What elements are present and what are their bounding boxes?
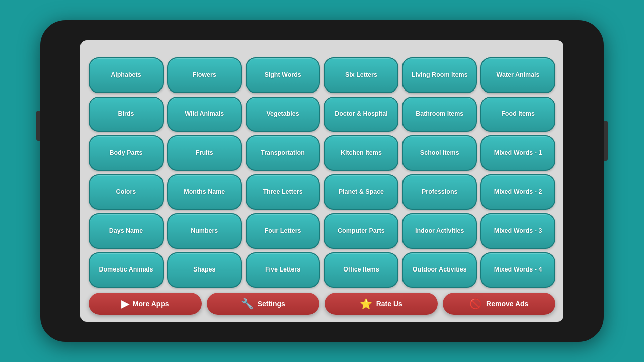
category-btn-shapes[interactable]: Shapes [167, 252, 242, 288]
category-btn-mixed-words---4[interactable]: Mixed Words - 4 [480, 252, 555, 288]
settings-icon: 🔧 [241, 298, 254, 310]
rate-us-button[interactable]: ⭐Rate Us [325, 293, 438, 315]
category-btn-bathroom-items[interactable]: Bathroom Items [402, 97, 477, 132]
phone-screen: AlphabetsFlowersSight WordsSix LettersLi… [80, 40, 564, 322]
category-btn-outdoor-activities[interactable]: Outdoor Activities [402, 252, 477, 288]
category-btn-professions[interactable]: Professions [402, 174, 477, 210]
more-apps-button[interactable]: ▶More Apps [89, 293, 202, 315]
category-btn-numbers[interactable]: Numbers [167, 213, 242, 249]
category-btn-four-letters[interactable]: Four Letters [246, 213, 320, 249]
rate-us-label: Rate Us [376, 300, 403, 308]
category-btn-mixed-words---3[interactable]: Mixed Words - 3 [480, 213, 555, 249]
category-btn-birds[interactable]: Birds [89, 97, 164, 132]
category-btn-fruits[interactable]: Fruits [167, 135, 242, 171]
category-btn-mixed-words---2[interactable]: Mixed Words - 2 [480, 174, 555, 210]
category-btn-flowers[interactable]: Flowers [167, 57, 242, 93]
category-btn-wild-animals[interactable]: Wild Animals [167, 97, 242, 132]
category-btn-indoor-activities[interactable]: Indoor Activities [402, 213, 477, 249]
category-btn-office-items[interactable]: Office Items [324, 252, 398, 288]
rate-us-icon: ⭐ [360, 298, 372, 310]
remove-ads-label: Remove Ads [486, 300, 528, 308]
category-btn-food-items[interactable]: Food Items [480, 97, 555, 132]
category-btn-body-parts[interactable]: Body Parts [89, 135, 164, 171]
more-apps-label: More Apps [133, 300, 169, 308]
category-btn-kitchen-items[interactable]: Kitchen Items [324, 135, 398, 171]
category-btn-months-name[interactable]: Months Name [167, 174, 242, 210]
category-btn-five-letters[interactable]: Five Letters [246, 252, 320, 288]
category-btn-sight-words[interactable]: Sight Words [246, 57, 320, 93]
category-btn-doctor--hospital[interactable]: Doctor & Hospital [324, 97, 398, 132]
category-btn-water-animals[interactable]: Water Animals [480, 57, 555, 93]
category-btn-school-items[interactable]: School Items [402, 135, 477, 171]
bottom-bar: ▶More Apps🔧Settings⭐Rate Us🚫Remove Ads [89, 293, 555, 315]
category-btn-domestic-animals[interactable]: Domestic Animals [89, 252, 164, 288]
category-btn-living-room-items[interactable]: Living Room Items [402, 57, 477, 93]
category-btn-planet--space[interactable]: Planet & Space [324, 174, 398, 210]
settings-label: Settings [258, 300, 285, 308]
category-btn-days-name[interactable]: Days Name [89, 213, 164, 249]
remove-ads-icon: 🚫 [469, 298, 482, 310]
category-grid: AlphabetsFlowersSight WordsSix LettersLi… [89, 57, 555, 288]
category-btn-six-letters[interactable]: Six Letters [324, 57, 398, 93]
phone-frame: AlphabetsFlowersSight WordsSix LettersLi… [40, 20, 604, 342]
category-btn-colors[interactable]: Colors [89, 174, 164, 210]
category-btn-computer-parts[interactable]: Computer Parts [324, 213, 398, 249]
settings-button[interactable]: 🔧Settings [207, 293, 320, 315]
more-apps-icon: ▶ [121, 298, 129, 310]
side-button-right [604, 121, 608, 161]
side-button-left [36, 111, 40, 141]
category-btn-vegetables[interactable]: Vegetables [246, 97, 320, 132]
category-btn-three-letters[interactable]: Three Letters [246, 174, 320, 210]
category-btn-alphabets[interactable]: Alphabets [89, 57, 164, 93]
category-btn-mixed-words---1[interactable]: Mixed Words - 1 [480, 135, 555, 171]
remove-ads-button[interactable]: 🚫Remove Ads [443, 293, 556, 315]
category-btn-transportation[interactable]: Transportation [246, 135, 320, 171]
